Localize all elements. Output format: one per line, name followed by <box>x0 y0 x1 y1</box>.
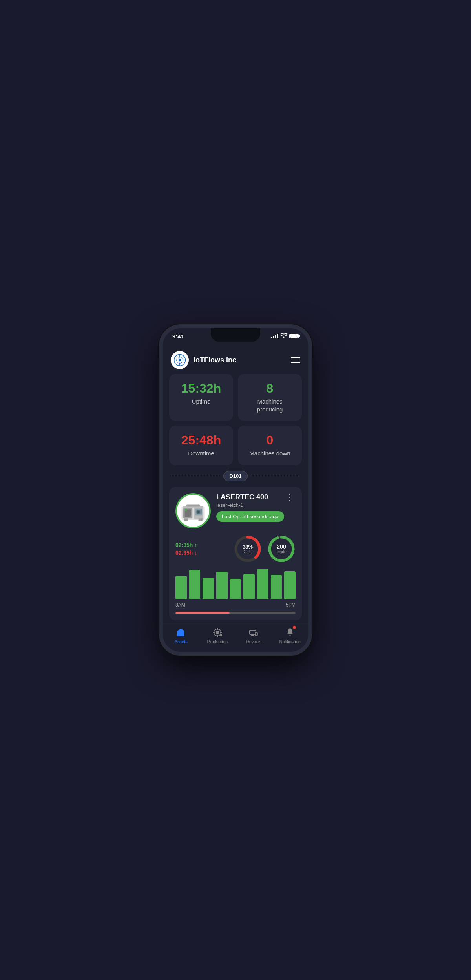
machines-down-label: Machines down <box>244 450 296 457</box>
last-op-badge: Last Op: 59 seconds ago <box>216 511 284 522</box>
assets-icon <box>176 627 186 638</box>
nav-item-assets[interactable]: Assets <box>163 627 199 644</box>
uptime-label: Uptime <box>175 398 227 406</box>
svg-rect-23 <box>201 509 202 514</box>
slider-tag[interactable]: D101 <box>223 471 247 481</box>
chart-bar <box>257 569 268 599</box>
nav-item-production[interactable]: Production <box>199 627 236 644</box>
bar-chart: 8AM 5PM <box>175 569 296 608</box>
chart-bar <box>216 572 228 599</box>
svg-point-37 <box>220 635 221 636</box>
oee-gauge: 38% OEE <box>234 535 262 563</box>
machine-menu-button[interactable]: ⋮ <box>284 493 296 501</box>
made-value: 200 <box>276 544 286 549</box>
made-label: made <box>276 550 286 554</box>
downtime-value: 25:48h <box>175 433 227 447</box>
stats-grid: 15:32h Uptime 8 Machines producing 25:48… <box>169 374 302 465</box>
downtime-label: Downtime <box>175 450 227 457</box>
svg-point-10 <box>182 359 183 360</box>
machine-id: laser-etch-1 <box>216 502 284 508</box>
notification-dot <box>292 625 296 629</box>
chart-bar <box>284 571 296 599</box>
progress-bar-fill <box>175 612 230 614</box>
svg-rect-21 <box>199 518 203 521</box>
production-icon <box>212 627 223 638</box>
machines-down-value: 0 <box>244 433 296 447</box>
notification-badge-wrap <box>285 627 295 638</box>
svg-point-9 <box>176 359 177 360</box>
oee-label: OEE <box>243 549 253 554</box>
chart-labels: 8AM 5PM <box>175 602 296 608</box>
chart-bar <box>271 575 282 599</box>
svg-point-31 <box>216 631 219 634</box>
nav-item-devices[interactable]: Devices <box>236 627 272 644</box>
chart-bar <box>243 574 255 599</box>
chart-bar <box>230 579 241 599</box>
nav-label-assets: Assets <box>175 639 188 644</box>
up-time: 02:35h ↑ <box>175 542 234 548</box>
machine-card-header: LASERTEC 400 laser-etch-1 Last Op: 59 se… <box>175 493 296 528</box>
machine-avatar <box>175 493 211 528</box>
machine-name: LASERTEC 400 <box>216 493 284 501</box>
svg-point-8 <box>179 362 180 364</box>
uptime-value: 15:32h <box>175 382 227 395</box>
svg-point-22 <box>185 509 187 511</box>
machine-card: LASERTEC 400 laser-etch-1 Last Op: 59 se… <box>169 487 302 620</box>
stat-card-machines-producing: 8 Machines producing <box>238 374 302 421</box>
made-gauge: 200 made <box>267 535 296 563</box>
chart-bar <box>189 570 201 599</box>
bars-container <box>175 569 296 600</box>
battery-icon <box>289 334 299 338</box>
phone-frame: 9:41 <box>159 324 312 656</box>
nav-label-notification: Notification <box>279 639 301 644</box>
nav-label-production: Production <box>207 639 228 644</box>
updown-times: 02:35h ↑ 02:35h ↓ <box>175 542 234 556</box>
slider-line-left <box>171 476 220 476</box>
stat-card-machines-down: 0 Machines down <box>238 426 302 465</box>
bottom-nav: Assets Production <box>163 623 308 652</box>
oee-value: 38% <box>243 544 253 549</box>
wifi-icon <box>281 333 287 339</box>
svg-point-17 <box>197 510 200 513</box>
stat-card-downtime: 25:48h Downtime <box>169 426 233 465</box>
notch <box>211 328 260 342</box>
notification-icon <box>285 627 295 638</box>
progress-bar <box>175 612 296 614</box>
signal-icon <box>271 334 278 338</box>
main-content: 15:32h Uptime 8 Machines producing 25:48… <box>163 374 308 623</box>
status-time: 9:41 <box>172 333 184 340</box>
gauges-row: 38% OEE 200 made <box>234 535 296 563</box>
nav-label-devices: Devices <box>246 639 261 644</box>
svg-point-7 <box>179 356 180 357</box>
devices-icon <box>248 627 259 638</box>
svg-point-1 <box>179 359 181 361</box>
app-logo <box>171 351 189 369</box>
svg-rect-20 <box>184 518 188 521</box>
status-icons <box>271 333 299 339</box>
chart-time-end: 5PM <box>286 602 296 608</box>
app-header: IoTFlows Inc <box>163 348 308 374</box>
menu-button[interactable] <box>291 357 300 363</box>
nav-item-notification[interactable]: Notification <box>272 627 309 644</box>
svg-rect-19 <box>186 504 200 506</box>
slider-line-right <box>251 476 300 476</box>
machines-producing-label: Machines producing <box>244 398 296 413</box>
machine-stats-row: 02:35h ↑ 02:35h ↓ 38% OEE <box>175 535 296 563</box>
stat-card-uptime: 15:32h Uptime <box>169 374 233 421</box>
machine-info: LASERTEC 400 laser-etch-1 Last Op: 59 se… <box>216 493 284 522</box>
down-time: 02:35h ↓ <box>175 550 234 556</box>
machines-producing-value: 8 <box>244 382 296 395</box>
slider-row[interactable]: D101 <box>169 471 302 481</box>
app-title: IoTFlows Inc <box>194 356 291 364</box>
chart-bar <box>203 578 214 599</box>
chart-bar <box>175 576 187 599</box>
chart-time-start: 8AM <box>175 602 185 608</box>
